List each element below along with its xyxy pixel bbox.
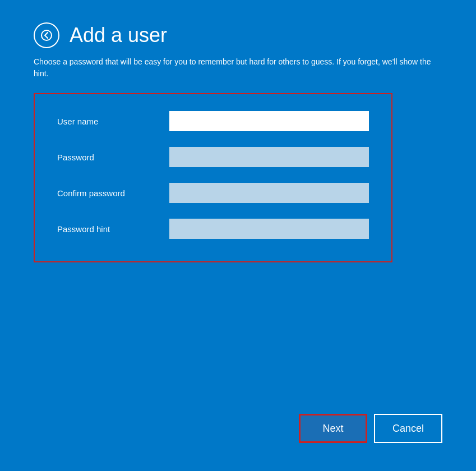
- confirm-password-row: Confirm password: [57, 183, 369, 203]
- password-input[interactable]: [169, 147, 369, 167]
- back-button[interactable]: [34, 22, 59, 48]
- header: Add a user: [34, 22, 442, 48]
- hint-row: Password hint: [57, 219, 369, 239]
- username-row: User name: [57, 111, 369, 131]
- username-label: User name: [57, 117, 169, 126]
- confirm-password-label: Confirm password: [57, 188, 169, 198]
- buttons-row: Next Cancel: [299, 414, 442, 443]
- cancel-button[interactable]: Cancel: [374, 414, 442, 443]
- page-container: Add a user Choose a password that will b…: [0, 0, 476, 471]
- subtitle-text: Choose a password that will be easy for …: [34, 56, 437, 80]
- username-input[interactable]: [169, 111, 369, 131]
- hint-label: Password hint: [57, 224, 169, 234]
- hint-input[interactable]: [169, 219, 369, 239]
- svg-point-0: [41, 30, 52, 40]
- password-label: Password: [57, 153, 169, 162]
- form-container: User name Password Confirm password Pass…: [34, 93, 392, 262]
- confirm-password-input[interactable]: [169, 183, 369, 203]
- page-title: Add a user: [70, 24, 167, 47]
- next-button[interactable]: Next: [299, 414, 367, 443]
- password-row: Password: [57, 147, 369, 167]
